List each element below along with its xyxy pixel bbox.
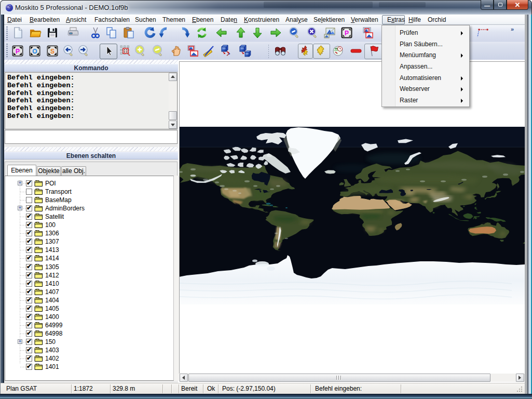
svg-text:O: O: [32, 48, 37, 55]
svg-text:P: P: [345, 30, 349, 37]
svg-text:P: P: [16, 48, 20, 55]
svg-text:S: S: [50, 48, 54, 55]
